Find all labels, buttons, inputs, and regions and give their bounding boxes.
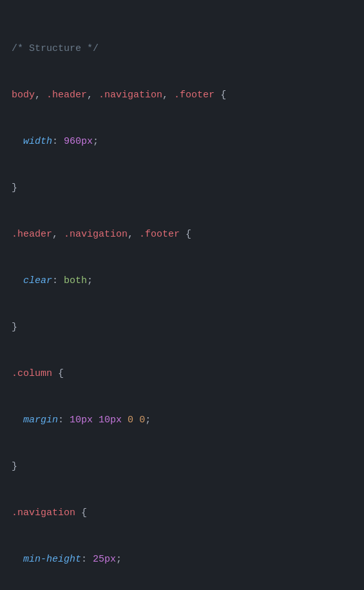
code-line-4: .header, .navigation, .footer {: [12, 227, 352, 242]
code-editor: /* Structure */ body, .header, .navigati…: [12, 10, 352, 590]
code-line-comment: /* Structure */: [12, 41, 352, 57]
code-line-7: .column {: [12, 366, 352, 382]
selector-header-2: .header: [12, 229, 52, 240]
code-line-8: margin: 10px 10px 0 0;: [12, 413, 352, 428]
code-line-9: }: [12, 459, 352, 475]
code-line-10: .navigation {: [12, 506, 352, 521]
selector-navigation-1: .navigation: [99, 90, 162, 101]
selector-header-1: .header: [46, 90, 87, 101]
comment-structure: /* Structure */: [12, 43, 99, 54]
selector-navigation-2: .navigation: [64, 229, 128, 240]
val-25px: 25px: [93, 554, 116, 565]
val-960px: 960px: [64, 136, 93, 147]
selector-footer-2: .footer: [139, 229, 180, 240]
val-both: both: [64, 275, 87, 286]
prop-width-1: width: [23, 136, 52, 147]
code-line-1: body, .header, .navigation, .footer {: [12, 88, 352, 103]
code-line-3: }: [12, 181, 352, 196]
code-line-2: width: 960px;: [12, 134, 352, 150]
val-10px-2: 10px: [99, 415, 122, 426]
val-10px-1: 10px: [70, 415, 93, 426]
code-line-11: min-height: 25px;: [12, 552, 352, 567]
selector-column: .column: [12, 368, 52, 379]
selector-navigation-3: .navigation: [12, 507, 75, 518]
val-zero-2: 0: [139, 415, 145, 426]
code-line-5: clear: both;: [12, 273, 352, 289]
selector-body: body: [12, 90, 35, 101]
val-zero-1: 0: [128, 415, 133, 426]
prop-margin-1: margin: [23, 415, 58, 426]
selector-footer-1: .footer: [174, 90, 215, 101]
prop-min-height: min-height: [23, 554, 81, 565]
prop-clear: clear: [23, 275, 52, 286]
code-line-6: }: [12, 320, 352, 335]
